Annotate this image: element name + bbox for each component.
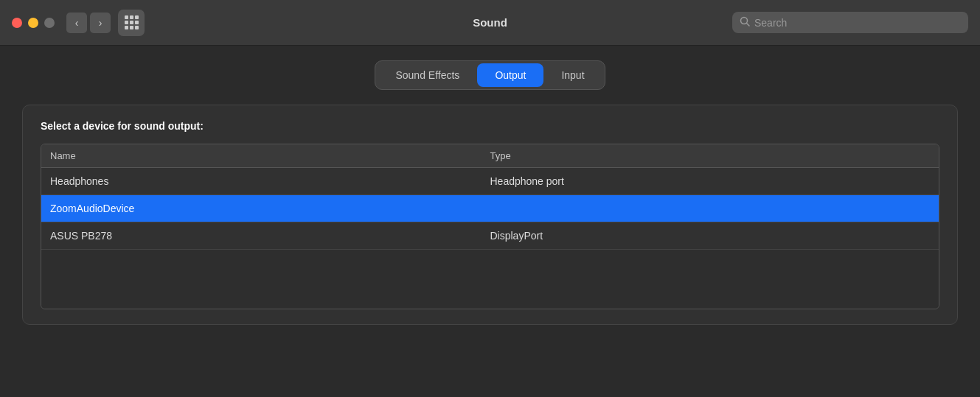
- cell-name: ZoomAudioDevice: [50, 203, 490, 214]
- col-header-type: Type: [490, 150, 931, 161]
- section-title: Select a device for sound output:: [41, 120, 939, 132]
- cell-type: [490, 203, 931, 214]
- cell-name: Headphones: [50, 175, 490, 187]
- main-content: Sound Effects Output Input Select a devi…: [0, 46, 980, 340]
- table-header: Name Type: [41, 144, 939, 168]
- table-row[interactable]: ZoomAudioDevice: [41, 195, 939, 222]
- grid-view-button[interactable]: [118, 10, 145, 36]
- svg-line-1: [747, 24, 750, 27]
- grid-icon: [125, 15, 139, 29]
- titlebar: ‹ › Sound: [0, 0, 980, 46]
- cell-name: ASUS PB278: [50, 230, 490, 242]
- cell-type: DisplayPort: [490, 230, 931, 242]
- zoom-button[interactable]: [44, 18, 55, 28]
- back-icon: ‹: [75, 17, 79, 29]
- window-title: Sound: [473, 16, 507, 29]
- col-header-name: Name: [50, 150, 490, 161]
- tab-input[interactable]: Input: [543, 63, 602, 87]
- table-row[interactable]: Headphones Headphone port: [41, 168, 939, 195]
- search-input[interactable]: [754, 17, 961, 29]
- search-icon: [740, 16, 750, 29]
- back-button[interactable]: ‹: [66, 13, 87, 33]
- search-bar: [732, 12, 968, 33]
- minimize-button[interactable]: [28, 18, 38, 28]
- tabs-container: Sound Effects Output Input: [22, 60, 958, 90]
- tabs: Sound Effects Output Input: [375, 60, 605, 90]
- tab-sound-effects[interactable]: Sound Effects: [378, 63, 477, 87]
- close-button[interactable]: [12, 18, 22, 28]
- forward-button[interactable]: ›: [90, 13, 111, 33]
- forward-icon: ›: [99, 17, 102, 29]
- window-controls: [12, 18, 55, 28]
- tab-output[interactable]: Output: [477, 63, 543, 87]
- table-empty-space: [41, 250, 939, 309]
- cell-type: Headphone port: [490, 175, 931, 187]
- device-section: Select a device for sound output: Name T…: [22, 105, 958, 325]
- nav-buttons: ‹ ›: [66, 13, 111, 33]
- device-table-wrapper: Name Type Headphones Headphone port Zoom…: [41, 144, 939, 309]
- table-row[interactable]: ASUS PB278 DisplayPort: [41, 222, 939, 250]
